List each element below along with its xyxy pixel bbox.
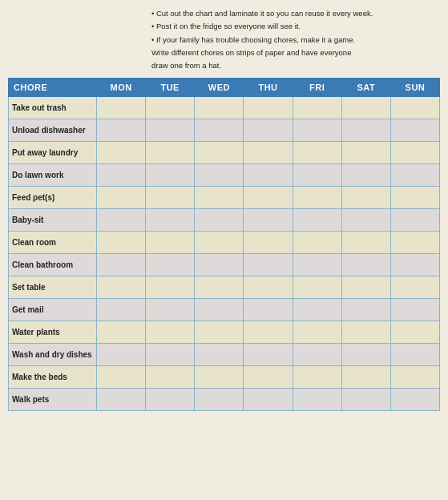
chore-cell[interactable] xyxy=(244,276,293,299)
chore-cell[interactable] xyxy=(390,276,439,299)
chore-cell[interactable] xyxy=(390,389,439,411)
chore-cell[interactable] xyxy=(97,142,146,164)
chore-cell[interactable] xyxy=(293,232,341,254)
chore-cell[interactable] xyxy=(146,209,195,232)
chore-cell[interactable] xyxy=(244,299,293,321)
chore-cell[interactable] xyxy=(293,389,341,411)
chore-cell[interactable] xyxy=(97,119,146,142)
chore-cell[interactable] xyxy=(97,299,146,321)
chore-cell[interactable] xyxy=(195,344,244,366)
chore-cell[interactable] xyxy=(390,97,439,119)
chore-cell[interactable] xyxy=(195,321,244,344)
chore-cell[interactable] xyxy=(341,389,390,411)
chore-cell[interactable] xyxy=(97,164,146,187)
chore-cell[interactable] xyxy=(341,164,390,187)
chore-cell[interactable] xyxy=(293,209,341,232)
chore-cell[interactable] xyxy=(293,142,341,164)
chore-cell[interactable] xyxy=(97,97,146,119)
chore-cell[interactable] xyxy=(293,187,341,209)
chore-cell[interactable] xyxy=(195,209,244,232)
chore-cell[interactable] xyxy=(341,209,390,232)
chore-cell[interactable] xyxy=(146,389,195,411)
chore-cell[interactable] xyxy=(390,187,439,209)
chore-cell[interactable] xyxy=(195,232,244,254)
chore-cell[interactable] xyxy=(97,209,146,232)
chore-cell[interactable] xyxy=(97,321,146,344)
chore-cell[interactable] xyxy=(341,366,390,389)
chore-cell[interactable] xyxy=(146,187,195,209)
chore-cell[interactable] xyxy=(293,344,341,366)
chore-cell[interactable] xyxy=(244,366,293,389)
chore-cell[interactable] xyxy=(244,164,293,187)
chore-cell[interactable] xyxy=(341,142,390,164)
chore-cell[interactable] xyxy=(244,209,293,232)
chore-cell[interactable] xyxy=(146,232,195,254)
chore-cell[interactable] xyxy=(244,389,293,411)
chore-cell[interactable] xyxy=(97,389,146,411)
chore-cell[interactable] xyxy=(146,344,195,366)
chore-cell[interactable] xyxy=(341,187,390,209)
chore-cell[interactable] xyxy=(244,97,293,119)
chore-cell[interactable] xyxy=(293,97,341,119)
chore-cell[interactable] xyxy=(390,299,439,321)
chore-cell[interactable] xyxy=(146,254,195,276)
chore-cell[interactable] xyxy=(293,119,341,142)
chore-cell[interactable] xyxy=(341,254,390,276)
chore-cell[interactable] xyxy=(390,142,439,164)
chore-cell[interactable] xyxy=(390,254,439,276)
chore-cell[interactable] xyxy=(146,276,195,299)
chore-cell[interactable] xyxy=(244,254,293,276)
chore-cell[interactable] xyxy=(195,97,244,119)
chore-cell[interactable] xyxy=(244,142,293,164)
chore-cell[interactable] xyxy=(97,276,146,299)
chore-cell[interactable] xyxy=(195,142,244,164)
table-body: Take out trashUnload dishwasherPut away … xyxy=(9,97,440,411)
chore-cell[interactable] xyxy=(244,344,293,366)
chore-cell[interactable] xyxy=(146,142,195,164)
chore-cell[interactable] xyxy=(244,119,293,142)
chore-cell[interactable] xyxy=(244,321,293,344)
chore-cell[interactable] xyxy=(293,299,341,321)
chore-name: Water plants xyxy=(9,321,97,344)
chore-cell[interactable] xyxy=(97,187,146,209)
chore-cell[interactable] xyxy=(293,366,341,389)
chore-cell[interactable] xyxy=(195,187,244,209)
chore-cell[interactable] xyxy=(341,299,390,321)
chore-cell[interactable] xyxy=(146,299,195,321)
chore-cell[interactable] xyxy=(293,254,341,276)
chore-cell[interactable] xyxy=(195,366,244,389)
chore-cell[interactable] xyxy=(195,254,244,276)
chore-cell[interactable] xyxy=(244,187,293,209)
chore-cell[interactable] xyxy=(195,119,244,142)
chore-cell[interactable] xyxy=(195,389,244,411)
chore-cell[interactable] xyxy=(390,344,439,366)
chore-cell[interactable] xyxy=(97,254,146,276)
chore-cell[interactable] xyxy=(341,321,390,344)
chore-cell[interactable] xyxy=(146,321,195,344)
chore-cell[interactable] xyxy=(195,276,244,299)
chore-cell[interactable] xyxy=(341,232,390,254)
chore-cell[interactable] xyxy=(341,97,390,119)
chore-cell[interactable] xyxy=(390,321,439,344)
chore-cell[interactable] xyxy=(146,164,195,187)
chore-cell[interactable] xyxy=(244,232,293,254)
chore-cell[interactable] xyxy=(146,119,195,142)
chore-cell[interactable] xyxy=(97,232,146,254)
chore-cell[interactable] xyxy=(146,97,195,119)
chore-cell[interactable] xyxy=(195,299,244,321)
chore-cell[interactable] xyxy=(341,119,390,142)
chore-cell[interactable] xyxy=(390,209,439,232)
chore-cell[interactable] xyxy=(390,119,439,142)
chore-cell[interactable] xyxy=(293,276,341,299)
chore-cell[interactable] xyxy=(97,366,146,389)
chore-cell[interactable] xyxy=(390,164,439,187)
chore-cell[interactable] xyxy=(341,344,390,366)
chore-cell[interactable] xyxy=(97,344,146,366)
chore-cell[interactable] xyxy=(341,276,390,299)
chore-cell[interactable] xyxy=(195,164,244,187)
chore-cell[interactable] xyxy=(390,366,439,389)
chore-cell[interactable] xyxy=(146,366,195,389)
chore-cell[interactable] xyxy=(293,164,341,187)
chore-cell[interactable] xyxy=(293,321,341,344)
chore-cell[interactable] xyxy=(390,232,439,254)
